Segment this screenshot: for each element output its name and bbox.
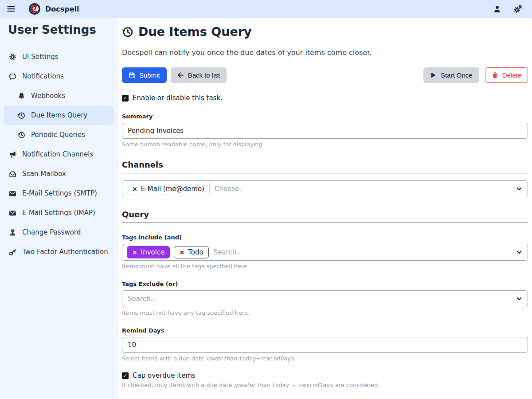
enable-task-label: Enable or disable this task.	[133, 94, 223, 102]
sidebar-item-notifications[interactable]: Notifications	[0, 66, 118, 86]
sidebar-item-ui-settings[interactable]: UI Settings	[0, 47, 118, 66]
gear-icon	[9, 53, 16, 61]
checkbox-checked-icon[interactable]: ✓	[122, 372, 129, 379]
save-icon	[129, 72, 135, 78]
history-icon	[122, 26, 133, 38]
enable-task-checkbox-row[interactable]: ✓ Enable or disable this task.	[122, 94, 528, 102]
brand[interactable]: Docspell	[28, 3, 79, 15]
back-to-list-button[interactable]: Back to list	[171, 67, 227, 83]
page-description: Docspell can notify you once the due dat…	[122, 48, 528, 57]
history-icon	[18, 131, 25, 139]
remove-chip-icon[interactable]: ×	[132, 186, 137, 192]
summary-help: Some human readable name, only for displ…	[122, 141, 528, 148]
delete-button[interactable]: Delete	[485, 67, 528, 83]
remove-chip-icon[interactable]: ×	[132, 249, 137, 255]
action-buttons: Submit Back to list Start Once Delete	[122, 67, 528, 83]
user-account-icon[interactable]	[492, 4, 502, 14]
sidebar-item-due-items-query[interactable]: Due Items Query	[4, 106, 114, 125]
remove-chip-icon[interactable]: ×	[179, 249, 184, 255]
top-bar: Docspell	[0, 0, 532, 18]
remind-days-help: Select items with a due date lower than …	[122, 355, 528, 362]
user-secret-icon	[9, 229, 16, 236]
tags-exclude-label: Tags Exclude (or)	[122, 281, 528, 287]
page-title: Due Items Query	[122, 25, 528, 39]
sidebar-item-label: Notification Channels	[22, 150, 93, 158]
docspell-logo-icon	[28, 3, 41, 15]
sidebar-item-notification-channels[interactable]: Notification Channels	[0, 145, 118, 164]
submit-button[interactable]: Submit	[122, 67, 167, 83]
sidebar-item-change-password[interactable]: Change Password	[0, 223, 118, 242]
tag-chip-todo[interactable]: × Todo	[174, 246, 208, 258]
sidebar-item-label: Two Factor Authentication	[22, 248, 108, 256]
key-icon	[9, 248, 16, 256]
sidebar-item-label: E-Mail Settings (IMAP)	[22, 209, 95, 217]
remind-days-input[interactable]	[122, 337, 528, 353]
sidebar-item-two-factor-auth[interactable]: Two Factor Authentication	[0, 242, 118, 262]
summary-label: Summary	[122, 113, 528, 120]
sidebar-item-label: Change Password	[22, 228, 81, 236]
arrow-left-icon	[177, 72, 184, 78]
cap-overdue-help: If checked, only items with a due date g…	[122, 382, 528, 388]
sidebar-nav: UI Settings Notifications Webhooks	[0, 47, 118, 262]
sidebar: User Settings UI Settings Notifications	[0, 18, 118, 399]
tags-exclude-multiselect[interactable]	[122, 290, 528, 307]
tags-include-label: Tags Include (and)	[122, 234, 528, 241]
summary-input[interactable]	[122, 123, 528, 139]
chevron-down-icon[interactable]	[516, 296, 522, 302]
sidebar-item-scan-mailbox[interactable]: Scan Mailbox	[0, 164, 118, 184]
sidebar-item-label: Scan Mailbox	[22, 170, 66, 178]
tags-include-multiselect[interactable]: × Invoice × Todo	[122, 244, 528, 261]
cap-overdue-checkbox-row[interactable]: ✓ Cap overdue items	[122, 372, 528, 379]
trash-icon	[492, 72, 498, 78]
sidebar-item-periodic-queries[interactable]: Periodic Queries	[0, 125, 118, 145]
chevron-down-icon[interactable]	[516, 186, 522, 192]
channels-search-input[interactable]	[214, 184, 512, 193]
tag-chip-invoice[interactable]: × Invoice	[127, 246, 170, 258]
sidebar-item-label: E-Mail Settings (SMTP)	[22, 189, 97, 197]
sidebar-item-label: UI Settings	[22, 53, 59, 61]
sidebar-item-label: Notifications	[22, 72, 64, 80]
tags-include-help: Items must have all the tags specified h…	[122, 263, 528, 270]
main-content: Due Items Query Docspell can notify you …	[118, 18, 532, 399]
sidebar-item-label: Webhooks	[31, 92, 65, 100]
sidebar-item-email-imap[interactable]: E-Mail Settings (IMAP)	[0, 203, 118, 223]
query-section-header: Query	[122, 210, 528, 223]
sidebar-item-label: Due Items Query	[31, 111, 87, 119]
sidebar-item-label: Periodic Queries	[31, 131, 85, 139]
envelope-open-icon	[9, 170, 16, 178]
checkbox-checked-icon[interactable]: ✓	[122, 95, 129, 102]
channels-section-header: Channels	[122, 160, 528, 173]
settings-gears-icon[interactable]	[513, 4, 523, 14]
bell-icon	[18, 92, 25, 100]
channel-chip-email[interactable]: × E-Mail (me@demo)	[127, 183, 210, 195]
tags-exclude-search-input[interactable]	[127, 294, 512, 303]
sidebar-title: User Settings	[0, 18, 118, 38]
envelope-icon	[9, 190, 16, 197]
chevron-down-icon[interactable]	[516, 249, 522, 255]
envelope-icon	[9, 209, 16, 217]
channels-multiselect[interactable]: × E-Mail (me@demo)	[122, 180, 528, 197]
comment-icon	[9, 73, 16, 80]
sidebar-item-webhooks[interactable]: Webhooks	[0, 86, 118, 106]
page-title-text: Due Items Query	[138, 25, 252, 39]
history-icon	[18, 112, 25, 119]
bullhorn-icon	[9, 151, 16, 158]
tags-exclude-help: Items must not have any tag specified he…	[122, 309, 528, 316]
brand-name: Docspell	[45, 5, 79, 13]
hamburger-menu-icon[interactable]	[6, 4, 16, 14]
remind-days-label: Remind Days	[122, 327, 528, 334]
start-once-button[interactable]: Start Once	[423, 67, 479, 83]
play-icon	[430, 72, 437, 78]
cap-overdue-label: Cap overdue items	[133, 372, 196, 379]
tags-include-search-input[interactable]	[213, 248, 512, 257]
sidebar-item-email-smtp[interactable]: E-Mail Settings (SMTP)	[0, 184, 118, 203]
